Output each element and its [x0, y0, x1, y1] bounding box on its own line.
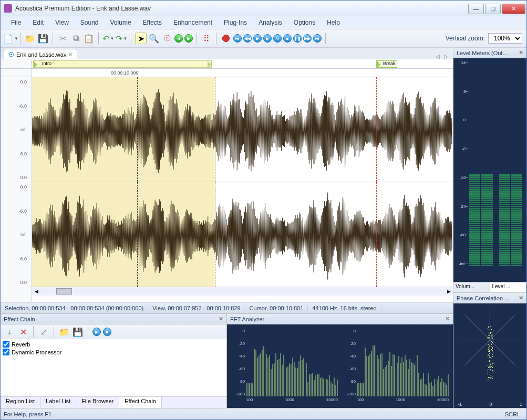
- status-selection: Selection, 00:00:08:534 - 00:00:08:534 (…: [1, 305, 148, 311]
- pointer-tool[interactable]: ➤: [135, 33, 147, 44]
- scrub-tool[interactable]: ⦾: [161, 33, 173, 44]
- close-button[interactable]: ✕: [502, 4, 525, 14]
- vertical-zoom-label: Vertical zoom:: [446, 35, 485, 42]
- status-view: View, 00:00:07:952 - 00:00:18:829: [148, 305, 245, 311]
- title-bar: Acoustica Premium Edition - Erik and Las…: [1, 1, 526, 16]
- effect-item-dynamic[interactable]: Dynamic Processor: [2, 348, 225, 356]
- timeline[interactable]: 00:00:10:000: [32, 69, 453, 77]
- effect-add-button[interactable]: ↓: [4, 326, 15, 338]
- play-loop-button[interactable]: ↻: [273, 34, 282, 43]
- tab-label: Erik and Lasse.wav: [16, 51, 66, 58]
- phase-display[interactable]: -101: [453, 303, 526, 408]
- effect-chain-close-icon[interactable]: ✕: [219, 316, 223, 322]
- go-start-button[interactable]: ⏮: [233, 34, 242, 43]
- timeline-cursor-label: 00:00:10:000: [111, 70, 139, 76]
- menu-bar: File Edit View Sound Volume Effects Enha…: [1, 16, 526, 29]
- fft-close-icon[interactable]: ✕: [445, 316, 450, 322]
- tab-prev[interactable]: ◁: [434, 54, 441, 59]
- effect-stop-button[interactable]: ■: [103, 328, 111, 336]
- effect-checkbox[interactable]: [3, 349, 9, 355]
- play-sel-button[interactable]: ▶: [263, 34, 272, 43]
- menu-sound[interactable]: Sound: [75, 17, 104, 28]
- maximize-button[interactable]: ▢: [485, 4, 501, 14]
- waveform-area[interactable]: Intro Break 00:00:10:000: [32, 59, 453, 302]
- effect-toolbar: ↓ ✕ ⤢ 📁 💾 ▶ ■: [1, 324, 226, 339]
- phase-close-icon[interactable]: ✕: [519, 295, 523, 301]
- status-cursor: Cursor, 00:00:10:801: [245, 305, 308, 311]
- effect-save-button[interactable]: 💾: [72, 326, 84, 338]
- footer-help: For Help, press F1: [4, 411, 51, 417]
- effect-remove-button[interactable]: ✕: [17, 326, 29, 338]
- marker-break[interactable]: Break: [376, 60, 397, 68]
- stop-button[interactable]: ■: [283, 34, 292, 43]
- menu-view[interactable]: View: [50, 17, 74, 28]
- tab-region-list[interactable]: Region List: [1, 397, 40, 408]
- menu-enhancement[interactable]: Enhancement: [168, 17, 218, 28]
- zoom-tool[interactable]: 🔍: [148, 33, 160, 44]
- cut-button[interactable]: ✂: [57, 33, 68, 44]
- new-button[interactable]: 📄▼: [5, 33, 16, 44]
- level-meters-display[interactable]: 14−8−0−-8−-16−-24−-60−-inf.−: [453, 58, 526, 282]
- pause-button[interactable]: ❚❚: [293, 34, 302, 43]
- tab-level[interactable]: Level ...: [490, 282, 527, 292]
- status-bar: Selection, 00:00:08:534 - 00:00:08:534 (…: [1, 302, 453, 313]
- effect-play-button[interactable]: ▶: [92, 328, 101, 336]
- redo-button[interactable]: ↷▼: [116, 33, 127, 44]
- rewind-button[interactable]: ◀◀: [243, 34, 252, 43]
- tab-next[interactable]: ▷: [442, 54, 450, 59]
- document-tab[interactable]: ⦿ Erik and Lasse.wav ✕: [4, 49, 77, 59]
- menu-volume[interactable]: Volume: [105, 17, 137, 28]
- fft-header: FFT Analyzer✕: [227, 314, 453, 324]
- effect-open-button[interactable]: 📁: [58, 326, 70, 338]
- tab-volume[interactable]: Volum...: [453, 282, 490, 292]
- footer-scrl: SCRL: [502, 411, 523, 417]
- go-end-button[interactable]: ⏭: [313, 34, 322, 43]
- footer: For Help, press F1 SCRL: [1, 408, 526, 419]
- effect-checkbox[interactable]: [3, 341, 9, 348]
- vertical-zoom-select[interactable]: 100%: [488, 33, 522, 44]
- marker-intro[interactable]: Intro: [33, 60, 212, 68]
- effect-chain-header: Effect Chain✕: [1, 314, 226, 324]
- fft-display[interactable]: 0-20-40-60-80-100 100100010000 0-20-40-6…: [227, 324, 453, 408]
- minimize-button[interactable]: —: [468, 4, 484, 14]
- tab-file-browser[interactable]: File Browser: [76, 397, 119, 408]
- tab-effect-chain[interactable]: Effect Chain: [119, 397, 162, 408]
- nav-prev[interactable]: ◀: [174, 34, 183, 43]
- level-meters-close-icon[interactable]: ✕: [519, 49, 523, 56]
- menu-help[interactable]: Help: [322, 17, 345, 28]
- menu-edit[interactable]: Edit: [27, 17, 49, 28]
- nav-next[interactable]: ▶: [184, 34, 193, 43]
- open-button[interactable]: 📁: [24, 33, 36, 44]
- play-button[interactable]: ▶: [253, 34, 262, 43]
- track-right[interactable]: [32, 182, 453, 287]
- document-tabs: ⦿ Erik and Lasse.wav ✕ ◁ ▷: [1, 48, 453, 59]
- effect-list[interactable]: Reverb Dynamic Processor: [1, 339, 226, 396]
- track-left[interactable]: [32, 77, 453, 182]
- copy-button[interactable]: ⧉: [70, 33, 81, 44]
- menu-options[interactable]: Options: [288, 17, 321, 28]
- level-meters-header: Level Meters (Out...✕: [453, 48, 526, 58]
- effect-bypass-button[interactable]: ⤢: [38, 326, 49, 338]
- status-format: 44100 Hz, 16 bits, stereo: [308, 305, 381, 311]
- effect-item-reverb[interactable]: Reverb: [2, 340, 225, 348]
- paste-button[interactable]: 📋: [83, 33, 95, 44]
- menu-plugins[interactable]: Plug-Ins: [219, 17, 252, 28]
- forward-button[interactable]: ▶▶: [303, 34, 312, 43]
- undo-button[interactable]: ↶▼: [102, 33, 114, 44]
- phase-header: Phase Correlation ...✕: [453, 293, 526, 303]
- grid-button[interactable]: ⠿: [201, 33, 212, 44]
- save-button[interactable]: 💾: [37, 33, 49, 44]
- menu-effects[interactable]: Effects: [138, 17, 167, 28]
- menu-analysis[interactable]: Analysis: [253, 17, 287, 28]
- tab-close-icon[interactable]: ✕: [68, 51, 73, 57]
- app-icon: [4, 4, 12, 13]
- ruler-column: 0.0-6.0-inf.-6.00.0 0.0-6.0-inf.-6.00.0: [1, 59, 32, 302]
- tab-label-list[interactable]: Label List: [40, 397, 76, 408]
- menu-file[interactable]: File: [6, 17, 26, 28]
- record-button[interactable]: [220, 33, 232, 44]
- main-toolbar: 📄▼ 📁 💾 ✂ ⧉ 📋 ↶▼ ↷▼ ➤ 🔍 ⦾ ◀ ▶ ⠿ ⏮ ◀◀ ▶ ▶ …: [1, 29, 526, 48]
- window-title: Acoustica Premium Edition - Erik and Las…: [15, 5, 468, 12]
